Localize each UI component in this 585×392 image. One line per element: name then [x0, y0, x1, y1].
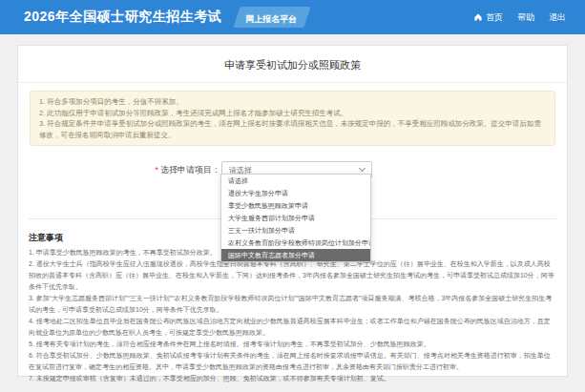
home-icon	[473, 12, 483, 22]
dropdown-option-intl-chinese[interactable]: 国际中文教育志愿者加分申请	[221, 249, 370, 261]
app-title: 2026年全国硕士研究生招生考试	[24, 9, 221, 26]
note-item: 5. 报考有关专项计划的考生，须符合相应报考条件并在网上报名时填报。报考专项计划…	[29, 339, 556, 350]
required-asterisk: *	[155, 165, 158, 175]
header-left: 2026年全国硕士研究生招生考试 网上报名平台	[24, 7, 307, 28]
header-nav: 首页 帮助 退出	[473, 11, 566, 24]
dropdown-option-veteran[interactable]: 退役大学生加分申请	[221, 187, 370, 199]
dropdown-option-sanzhi[interactable]: 三支一扶计划加分申请	[221, 224, 370, 237]
dropdown-option-rural-teacher[interactable]: 农村义务教育阶段学校教师特设岗位计划加分申请	[221, 237, 370, 249]
dropdown-option-minority[interactable]: 享受少数民族照顾政策申请	[221, 199, 370, 212]
note-item: 6. 符合享受初试加分、少数民族照顾政策、免初试或报考专项计划有关条件的考生，须…	[29, 350, 556, 373]
select-dropdown: 请选择 退役大学生加分申请 享受少数民族照顾政策申请 大学生服务西部计划加分申请…	[220, 174, 371, 262]
alert-line: 2. 此功能仅用于申请初试加分等照顾政策，考生还须完成网上报名才能参加硕士研究生…	[39, 108, 546, 119]
header: 2026年全国硕士研究生招生考试 网上报名平台 首页 帮助 退出	[0, 0, 585, 34]
nav-logout-label: 退出	[549, 11, 566, 24]
dropdown-option-placeholder[interactable]: 请选择	[221, 175, 370, 187]
page-title: 申请享受初试加分或照顾政策	[18, 46, 567, 83]
notice-alert: 1. 符合多项加分项目的考生，分值不得累加。 2. 此功能仅用于申请初试加分等照…	[30, 91, 555, 146]
note-item: 4. 报考地处二区招生单位且毕业后在国务院公布的民族区域自治地方定向就业的少数民…	[29, 316, 556, 339]
note-item: 7. 未按规定申报或审核（含复审）未通过的，不享受相应的加分、照顾、免初试政策，…	[29, 373, 556, 384]
note-item: 3. 参加“大学生志愿服务西部计划”“三支一扶计划”“农村义务教育阶段学校教师特…	[29, 293, 556, 316]
alert-line: 3. 符合规定条件并申请享受初试加分或照顾政策的考生，须在网上报名时按要求填报相…	[39, 118, 546, 140]
alert-line: 1. 符合多项加分项目的考生，分值不得累加。	[39, 96, 546, 108]
platform-badge-label: 网上报名平台	[245, 13, 297, 26]
nav-help[interactable]: 帮助	[517, 11, 534, 24]
dropdown-option-west-plan[interactable]: 大学生服务西部计划加分申请	[221, 212, 370, 224]
nav-help-label: 帮助	[517, 11, 534, 24]
note-item: 2. 退役大学生士兵（指高校学生应征入伍服现役退役，高校学生指全日制普通本专科（…	[29, 258, 556, 293]
nav-logout[interactable]: 退出	[549, 11, 566, 24]
platform-badge: 网上报名平台	[234, 7, 311, 28]
select-label: *选择申请项目：	[18, 164, 220, 176]
screen: 2026年全国硕士研究生招生考试 网上报名平台 首页 帮助 退出 申请享受初试加…	[0, 0, 585, 392]
notes-list: 1. 申请享受少数民族照顾政策的考生，不再享受初试加分政策。 2. 退役大学生士…	[29, 247, 556, 384]
nav-home-label: 首页	[486, 11, 503, 24]
nav-home[interactable]: 首页	[473, 11, 503, 24]
select-label-text: 选择申请项目：	[160, 165, 220, 175]
chevron-down-icon	[359, 165, 366, 172]
